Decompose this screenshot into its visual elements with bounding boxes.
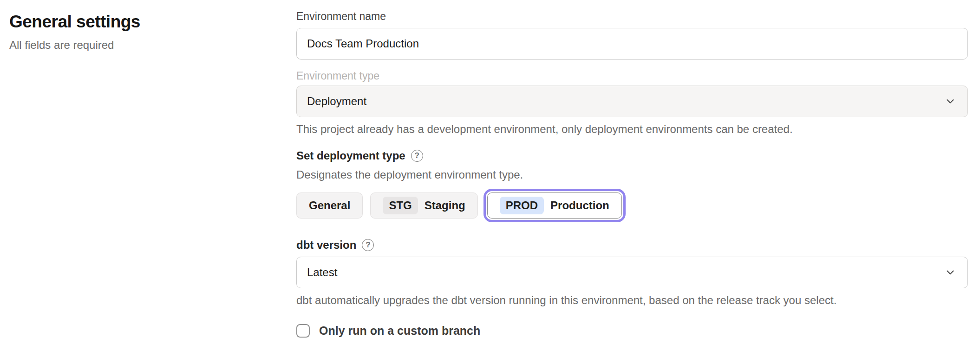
dbt-version-helper: dbt automatically upgrades the dbt versi… xyxy=(296,293,968,308)
chevron-down-icon xyxy=(944,95,956,107)
deployment-type-options: General STG Staging PROD Production xyxy=(296,189,968,222)
question-circle-icon[interactable]: ? xyxy=(362,239,374,251)
deployment-type-label: Set deployment type xyxy=(296,149,405,163)
dbt-version-label: dbt version xyxy=(296,238,356,252)
general-settings-page: General settings All fields are required… xyxy=(0,0,980,345)
staging-badge: STG xyxy=(383,197,418,214)
deployment-type-general-button[interactable]: General xyxy=(296,192,363,219)
dbt-version-value: Latest xyxy=(307,266,337,279)
page-subtitle: All fields are required xyxy=(9,39,140,52)
environment-name-label: Environment name xyxy=(296,9,968,23)
deployment-type-production-label: Production xyxy=(550,199,609,212)
chevron-down-icon xyxy=(944,266,956,279)
dbt-version-select[interactable]: Latest xyxy=(296,257,968,288)
custom-branch-row: Only run on a custom branch xyxy=(296,324,968,338)
deployment-type-staging-label: Staging xyxy=(425,199,465,212)
deployment-type-production-button[interactable]: PROD Production xyxy=(487,192,622,219)
page-title: General settings xyxy=(9,12,140,32)
custom-branch-label: Only run on a custom branch xyxy=(319,324,480,338)
environment-type-select[interactable]: Deployment xyxy=(296,86,968,117)
environment-type-label: Environment type xyxy=(296,69,968,83)
deployment-type-helper: Designates the deployment environment ty… xyxy=(296,167,968,182)
deployment-type-staging-button[interactable]: STG Staging xyxy=(370,192,477,219)
custom-branch-checkbox[interactable] xyxy=(296,324,310,338)
environment-name-input[interactable] xyxy=(296,28,968,60)
question-circle-icon[interactable]: ? xyxy=(411,150,423,162)
settings-form: Environment name Environment type Deploy… xyxy=(296,0,968,338)
deployment-type-general-label: General xyxy=(309,199,350,212)
production-badge: PROD xyxy=(500,197,544,214)
environment-type-helper: This project already has a development e… xyxy=(296,122,968,137)
environment-type-value: Deployment xyxy=(307,95,366,108)
page-header: General settings All fields are required xyxy=(9,12,140,52)
